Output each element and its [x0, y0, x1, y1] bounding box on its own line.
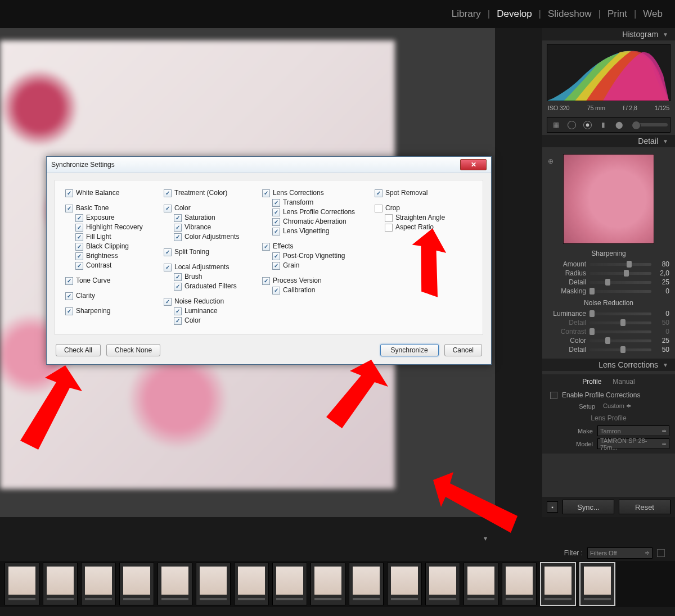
- check-vibrance[interactable]: ✓ Vibrance: [164, 223, 256, 232]
- check-transform[interactable]: ✓ Transform: [262, 198, 369, 207]
- sync-button[interactable]: Sync...: [562, 500, 614, 514]
- check-crop[interactable]: Crop: [375, 203, 459, 213]
- cancel-button[interactable]: Cancel: [444, 344, 482, 356]
- check-brightness[interactable]: ✓ Brightness: [65, 251, 158, 261]
- thumbnail[interactable]: [119, 563, 154, 605]
- thumbnail[interactable]: [196, 563, 231, 605]
- checkbox-icon: ✓: [65, 189, 73, 197]
- check-noise reduction[interactable]: ✓ Noise Reduction: [164, 297, 256, 306]
- thumbnail[interactable]: [272, 563, 307, 605]
- thumbnail[interactable]: [425, 563, 460, 605]
- check-tone curve[interactable]: ✓ Tone Curve: [65, 276, 158, 286]
- histogram[interactable]: [547, 44, 670, 101]
- check-luminance[interactable]: ✓ Luminance: [164, 306, 256, 316]
- redeye-tool-icon[interactable]: [581, 120, 593, 130]
- check-exposure[interactable]: ✓ Exposure: [65, 213, 158, 223]
- brush-size-slider[interactable]: [632, 123, 668, 126]
- slider-contrast[interactable]: Contrast 0: [542, 327, 675, 336]
- thumbnail[interactable]: [4, 563, 39, 605]
- check-effects[interactable]: ✓ Effects: [262, 242, 369, 251]
- check-sharpening[interactable]: ✓ Sharpening: [65, 306, 158, 316]
- nav-print[interactable]: Print: [608, 8, 627, 20]
- check-all-button[interactable]: Check All: [56, 344, 101, 356]
- check-contrast[interactable]: ✓ Contrast: [65, 261, 158, 270]
- tab-manual[interactable]: Manual: [613, 378, 634, 386]
- thumbnail[interactable]: [387, 563, 422, 605]
- check-none-button[interactable]: Check None: [106, 344, 160, 356]
- histogram-header[interactable]: Histogram▼: [542, 28, 675, 40]
- thumbnail[interactable]: [310, 563, 345, 605]
- check-split toning[interactable]: ✓ Split Toning: [164, 247, 256, 257]
- check-lens corrections[interactable]: ✓ Lens Corrections: [262, 188, 369, 198]
- check-lens vignetting[interactable]: ✓ Lens Vignetting: [262, 227, 369, 236]
- switch-icon[interactable]: ▪: [547, 501, 558, 513]
- slider-masking[interactable]: Masking 0: [542, 287, 675, 296]
- check-white balance[interactable]: ✓ White Balance: [65, 188, 158, 198]
- check-aspect ratio[interactable]: Aspect Ratio: [375, 223, 459, 232]
- check-black clipping[interactable]: ✓ Black Clipping: [65, 242, 158, 251]
- check-brush[interactable]: ✓ Brush: [164, 272, 256, 282]
- thumbnail[interactable]: [43, 563, 78, 605]
- lens-make-select[interactable]: Tamron≑: [597, 425, 669, 436]
- secondary-display-dropdown[interactable]: ▾: [478, 533, 493, 544]
- detail-header[interactable]: Detail▼: [542, 135, 675, 147]
- check-spot removal[interactable]: ✓ Spot Removal: [375, 188, 459, 198]
- thumbnail[interactable]: [579, 562, 615, 606]
- check-process version[interactable]: ✓ Process Version: [262, 276, 369, 286]
- slider-detail[interactable]: Detail 25: [542, 278, 675, 287]
- check-straighten angle[interactable]: Straighten Angle: [375, 213, 459, 223]
- nav-library[interactable]: Library: [452, 8, 481, 20]
- thumbnail[interactable]: [349, 563, 384, 605]
- thumbnail[interactable]: [81, 563, 116, 605]
- thumbnail[interactable]: [464, 563, 498, 605]
- filter-select[interactable]: Filters Off≑: [587, 547, 652, 559]
- flag-toggle-icon[interactable]: [657, 549, 665, 557]
- setup-value[interactable]: Custom ≑: [600, 402, 669, 410]
- nav-web[interactable]: Web: [643, 8, 663, 20]
- dialog-titlebar[interactable]: Synchronize Settings ✕: [47, 157, 491, 173]
- lens-model-select[interactable]: TAMRON SP 28-75m...≑: [597, 438, 669, 449]
- check-calibration[interactable]: ✓ Calibration: [262, 286, 369, 295]
- brush-tool-icon[interactable]: ⬤: [613, 120, 625, 130]
- spot-tool-icon[interactable]: [565, 120, 578, 130]
- tab-profile[interactable]: Profile: [582, 378, 601, 386]
- check-grain[interactable]: ✓ Grain: [262, 261, 369, 270]
- detail-preview[interactable]: [563, 154, 654, 244]
- check-highlight recovery[interactable]: ✓ Highlight Recovery: [65, 223, 158, 232]
- check-fill light[interactable]: ✓ Fill Light: [65, 232, 158, 242]
- slider-radius[interactable]: Radius 2,0: [542, 269, 675, 278]
- check-chromatic aberration[interactable]: ✓ Chromatic Aberration: [262, 217, 369, 227]
- check-local adjustments[interactable]: ✓ Local Adjustments: [164, 262, 256, 272]
- slider-amount[interactable]: Amount 80: [542, 260, 675, 269]
- synchronize-button[interactable]: Synchronize: [380, 344, 439, 356]
- slider-detail[interactable]: Detail 50: [542, 345, 675, 354]
- target-icon[interactable]: ⊕: [548, 157, 554, 165]
- thumbnail[interactable]: [234, 563, 269, 605]
- check-saturation[interactable]: ✓ Saturation: [164, 213, 256, 223]
- nav-slideshow[interactable]: Slideshow: [548, 8, 592, 20]
- check-clarity[interactable]: ✓ Clarity: [65, 291, 158, 301]
- crop-tool-icon[interactable]: ▦: [550, 120, 562, 130]
- check-color adjustments[interactable]: ✓ Color Adjustments: [164, 232, 256, 242]
- gradient-tool-icon[interactable]: ▮: [597, 120, 609, 130]
- slider-detail[interactable]: Detail 50: [542, 318, 675, 327]
- check-treatment (color)[interactable]: ✓ Treatment (Color): [164, 188, 256, 198]
- lens-header[interactable]: Lens Corrections▼: [542, 359, 675, 371]
- thumbnail[interactable]: [502, 563, 537, 605]
- check-lens profile corrections[interactable]: ✓ Lens Profile Corrections: [262, 207, 369, 217]
- thumbnail[interactable]: [540, 562, 576, 606]
- check-color[interactable]: ✓ Color: [164, 316, 256, 325]
- check-post-crop vignetting[interactable]: ✓ Post-Crop Vignetting: [262, 251, 369, 261]
- thumbnail[interactable]: [158, 563, 192, 605]
- check-graduated filters[interactable]: ✓ Graduated Filters: [164, 282, 256, 291]
- close-icon[interactable]: ✕: [460, 159, 487, 170]
- enable-profile-check[interactable]: Enable Profile Corrections: [542, 389, 675, 401]
- nav-develop[interactable]: Develop: [497, 8, 532, 20]
- slider-color[interactable]: Color 25: [542, 336, 675, 345]
- check-color[interactable]: ✓ Color: [164, 203, 256, 213]
- checkbox-icon: ✓: [174, 273, 182, 281]
- check-basic tone[interactable]: ✓ Basic Tone: [65, 203, 158, 213]
- filmstrip[interactable]: [0, 561, 675, 607]
- slider-luminance[interactable]: Luminance 0: [542, 309, 675, 318]
- reset-button[interactable]: Reset: [619, 500, 670, 514]
